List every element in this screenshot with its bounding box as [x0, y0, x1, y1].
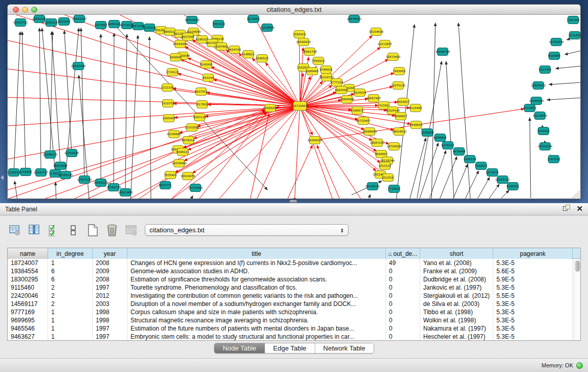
graph-node[interactable]: 9699695 — [410, 121, 423, 129]
table-cell[interactable]: 14569117 — [8, 300, 48, 308]
graph-node[interactable]: 8267130 — [193, 114, 206, 121]
table-cell[interactable]: 0 — [386, 316, 420, 324]
graph-node[interactable]: 16053809 — [185, 16, 200, 24]
table-cell[interactable]: Franke et al. (2009) — [420, 267, 493, 275]
graph-edge[interactable] — [188, 196, 193, 199]
delete-column-button[interactable] — [105, 224, 119, 237]
graph-node[interactable]: 16961758 — [302, 48, 317, 56]
graph-node[interactable]: 10807487 — [366, 95, 381, 102]
table-row[interactable]: 1456911722003Disruption of a novel membe… — [8, 300, 580, 308]
graph-node[interactable]: 12444194 — [529, 97, 544, 105]
graph-node[interactable]: 7515526 — [143, 24, 156, 32]
graph-node[interactable]: 8471676 — [486, 169, 499, 177]
graph-node[interactable]: 3824554 — [354, 89, 366, 97]
graph-node[interactable]: 2605314 — [45, 19, 58, 27]
table-row[interactable]: 946554611997Estimation of the future num… — [8, 324, 580, 333]
table-cell[interactable]: 18724007 — [8, 259, 48, 267]
graph-node[interactable]: 10688609 — [362, 128, 377, 136]
table-cell[interactable]: Wolkin et al. (1998) — [420, 316, 493, 324]
table-cell[interactable]: 1 — [48, 324, 93, 333]
table-cell[interactable]: 0 — [386, 275, 420, 283]
hub-node[interactable]: 18724007 — [293, 102, 308, 111]
table-cell[interactable]: Tibbo et al. (1998) — [420, 308, 493, 316]
delete-table-button[interactable] — [125, 224, 138, 237]
graph-node[interactable]: 8938924 — [434, 134, 447, 142]
graph-edge[interactable] — [248, 114, 269, 199]
table-cell[interactable]: 0 — [386, 324, 420, 333]
table-cell[interactable]: Corpus callosum shape and size in male p… — [127, 308, 386, 316]
table-cell[interactable]: 9465546 — [8, 324, 48, 333]
graph-node[interactable]: 12975125 — [391, 82, 406, 90]
graph-node[interactable]: 19384554 — [308, 137, 322, 144]
graph-node[interactable]: 803144 — [203, 74, 214, 82]
graph-node[interactable]: 16640910 — [296, 38, 311, 46]
graph-node[interactable]: 1593291 — [537, 127, 550, 135]
graph-edge[interactable] — [22, 32, 26, 172]
graph-node[interactable]: 10655287 — [72, 15, 87, 23]
table-cell[interactable]: Estimation of significance thresholds fo… — [127, 275, 386, 283]
table-cell[interactable]: 1 — [48, 259, 93, 267]
float-panel-button[interactable] — [563, 205, 571, 213]
graph-node[interactable]: 20876652 — [347, 15, 361, 23]
graph-edge[interactable] — [431, 23, 435, 199]
graph-edge[interactable] — [530, 118, 531, 198]
graph-edge[interactable] — [547, 98, 580, 100]
graph-node[interactable]: 9827508 — [182, 33, 194, 41]
graph-node[interactable]: 1733426 — [388, 185, 401, 193]
memory-status-indicator[interactable] — [576, 362, 583, 369]
table-cell[interactable]: 1 — [48, 333, 93, 341]
table-cell[interactable]: 19384554 — [8, 267, 48, 275]
table-vertical-scrollbar[interactable] — [574, 259, 580, 340]
graph-node[interactable]: 9245652 — [507, 183, 519, 190]
network-graph[interactable]: 1585419166409101696175879558121562615199… — [8, 15, 580, 199]
graph-edge[interactable] — [216, 106, 300, 199]
graph-edge[interactable] — [565, 51, 580, 55]
table-cell[interactable]: Genome-wide association studies in ADHD. — [127, 267, 386, 275]
graph-edge[interactable] — [446, 61, 454, 198]
column-show-button[interactable] — [28, 224, 41, 237]
graph-node[interactable]: 15716485 — [188, 184, 203, 192]
graph-node[interactable]: 10975887 — [53, 162, 68, 170]
graph-edge[interactable] — [181, 59, 300, 106]
graph-node[interactable]: 7386872 — [351, 107, 364, 115]
table-cell[interactable]: 2 — [48, 292, 93, 300]
graph-node[interactable]: 20206515 — [43, 151, 58, 159]
table-cell[interactable]: 6 — [48, 275, 93, 283]
graph-node[interactable]: 1840954 — [421, 129, 434, 137]
graph-edge[interactable] — [451, 164, 468, 199]
graph-node[interactable]: 12095872 — [531, 82, 546, 90]
graph-node[interactable]: 16154838 — [369, 28, 384, 36]
table-cell[interactable]: Structural magnetic resonance image aver… — [127, 316, 386, 324]
graph-edge[interactable] — [549, 82, 580, 84]
table-cell[interactable]: 18300295 — [8, 275, 48, 283]
scrollbar-thumb[interactable] — [575, 260, 580, 272]
graph-edge[interactable] — [125, 34, 127, 192]
table-cell[interactable]: 2008 — [93, 275, 127, 283]
graph-node[interactable]: 16782759 — [106, 184, 121, 191]
table-cell[interactable]: 1997 — [93, 333, 127, 341]
table-cell[interactable]: 2009 — [93, 267, 127, 275]
table-cell[interactable]: 5.6E-5 — [493, 267, 573, 275]
table-cell[interactable]: 0 — [386, 333, 420, 341]
graph-edge[interactable] — [295, 106, 300, 199]
graph-node[interactable]: 1527662 — [95, 21, 107, 29]
graph-edge[interactable] — [120, 106, 300, 199]
row-merge-button[interactable] — [67, 224, 80, 237]
graph-node[interactable]: 18807243 — [370, 139, 385, 147]
column-header-year[interactable]: year — [93, 248, 127, 259]
graph-node[interactable]: 7857224 — [212, 20, 225, 28]
table-cell[interactable]: 5.3E-5 — [493, 316, 573, 324]
table-cell[interactable]: Disruption of a novel member of a sodium… — [127, 300, 386, 308]
table-cell[interactable]: 2 — [48, 283, 93, 292]
graph-node[interactable]: 817003 — [197, 101, 208, 108]
graph-node[interactable]: 2588520 — [256, 55, 269, 62]
graph-edge[interactable] — [462, 171, 478, 199]
graph-edge[interactable] — [417, 143, 438, 199]
table-cell[interactable]: 5.3E-5 — [493, 308, 573, 316]
table-cell[interactable]: Investigating the contribution of common… — [127, 292, 386, 300]
graph-node[interactable]: 9463627 — [397, 98, 410, 106]
graph-node[interactable]: 1810755 — [162, 100, 175, 107]
graph-node[interactable]: 7632621 — [475, 162, 488, 170]
graph-edge[interactable] — [484, 184, 499, 199]
table-cell[interactable]: 1997 — [93, 324, 127, 333]
